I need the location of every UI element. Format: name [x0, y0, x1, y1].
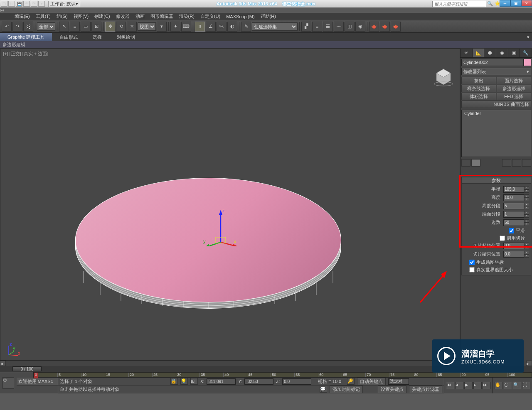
stack-pin-icon[interactable]: [461, 159, 470, 167]
object-color-swatch[interactable]: [524, 59, 531, 66]
gen-uv-checkbox[interactable]: [469, 260, 475, 265]
height-input[interactable]: [503, 194, 524, 201]
key-mode-icon[interactable]: 🔑: [347, 378, 355, 385]
snap-icon[interactable]: 3: [195, 22, 205, 32]
goto-start-icon[interactable]: ⏮: [446, 382, 454, 389]
maximize-button[interactable]: ▣: [510, 0, 521, 7]
render-frame-icon[interactable]: 🫖: [380, 22, 390, 32]
cmd-tab-utilities-icon[interactable]: 🔧: [520, 49, 532, 57]
cylinder-object[interactable]: z x y: [75, 178, 345, 311]
menu-customize[interactable]: 自定义(U): [200, 13, 220, 20]
qat-save-icon[interactable]: 💾: [16, 1, 22, 7]
auto-key-button[interactable]: 自动关键点: [357, 378, 386, 385]
qat-dropdown-icon[interactable]: ▾: [38, 1, 45, 7]
menu-modifiers[interactable]: 修改器: [116, 13, 130, 20]
timeline-config-icon[interactable]: ⚙: [2, 377, 14, 389]
minimize-button[interactable]: ─: [500, 0, 510, 7]
qat-redo-icon[interactable]: ↷: [31, 1, 37, 7]
time-slider[interactable]: 0 / 100: [12, 366, 42, 371]
stack-unique-icon[interactable]: [502, 159, 511, 167]
mod-btn-extrude[interactable]: 挤出: [461, 77, 496, 84]
material-icon[interactable]: ◉: [355, 22, 365, 32]
schematic-icon[interactable]: ◫: [345, 22, 355, 32]
next-frame-icon[interactable]: ▸: [473, 382, 482, 389]
pan-icon[interactable]: ✋: [495, 382, 503, 389]
render-icon[interactable]: 🫖: [391, 22, 401, 32]
menu-create[interactable]: 创建(C): [94, 13, 110, 20]
ribbon-tab-paint[interactable]: 对象绘制: [109, 33, 143, 41]
close-button[interactable]: ✕: [521, 0, 532, 7]
mod-btn-nurbs[interactable]: NURBS 曲面选择: [461, 101, 531, 108]
percent-snap-icon[interactable]: %: [217, 22, 227, 32]
key-filter-button[interactable]: 关键点过滤器: [409, 385, 442, 393]
smooth-checkbox[interactable]: [509, 228, 514, 233]
menu-views[interactable]: 视图(V): [74, 13, 89, 20]
manip-icon[interactable]: ✦: [170, 22, 180, 32]
mod-btn-patch-select[interactable]: 面片选择: [497, 77, 532, 84]
sides-input[interactable]: [503, 219, 524, 226]
spinner-snap-icon[interactable]: ◐: [227, 22, 237, 32]
qat-new-icon[interactable]: ▢: [1, 1, 7, 7]
menu-render[interactable]: 渲染(R): [179, 13, 195, 20]
cmd-tab-display-icon[interactable]: ▣: [508, 49, 520, 57]
ribbon-sub-panel[interactable]: 多边形建模: [0, 41, 532, 49]
goto-end-icon[interactable]: ⏭: [483, 382, 491, 389]
zoom-icon[interactable]: 🔍: [513, 382, 521, 389]
max-viewport-icon[interactable]: ⛶: [522, 382, 530, 389]
rotate-icon[interactable]: ⟲: [116, 22, 126, 32]
isolate-icon[interactable]: 💡: [180, 378, 188, 385]
prev-frame-icon[interactable]: ◂: [455, 382, 463, 389]
cmd-tab-create-icon[interactable]: ✳: [461, 49, 473, 57]
xform-type-icon[interactable]: ⊞: [190, 378, 198, 385]
y-coord-input[interactable]: [244, 378, 273, 385]
selection-filter[interactable]: 全部: [37, 22, 55, 31]
scale-icon[interactable]: ⤧: [127, 22, 137, 32]
layers-icon[interactable]: ☰: [323, 22, 333, 32]
named-selection-set[interactable]: 创建选择集: [252, 22, 298, 31]
cmd-tab-hierarchy-icon[interactable]: ⬢: [484, 49, 496, 57]
curve-editor-icon[interactable]: 〰: [334, 22, 344, 32]
redo-icon[interactable]: ↷: [12, 22, 22, 32]
stack-show-icon[interactable]: [471, 159, 480, 167]
cmd-tab-modify-icon[interactable]: 📐: [473, 49, 485, 57]
real-world-checkbox[interactable]: [469, 267, 475, 273]
named-sel-edit-icon[interactable]: ✎: [241, 22, 251, 32]
stack-remove-icon[interactable]: [512, 159, 521, 167]
ribbon-tab-freeform[interactable]: 自由形式: [52, 33, 85, 41]
radius-down-icon[interactable]: ▾: [524, 189, 529, 193]
modifier-stack[interactable]: Cylinder: [461, 110, 531, 157]
z-coord-input[interactable]: [282, 378, 311, 385]
select-icon[interactable]: ↖: [59, 22, 69, 32]
add-time-tag[interactable]: 添加时间标记: [330, 385, 363, 393]
params-rollout-header[interactable]: 参数: [461, 177, 531, 184]
ribbon-tab-selection[interactable]: 选择: [85, 33, 109, 41]
mod-btn-poly-select[interactable]: 多边形选择: [497, 85, 532, 92]
mod-btn-ffd-select[interactable]: FFD 选择: [497, 93, 532, 100]
radius-up-icon[interactable]: ▴: [524, 186, 529, 189]
render-setup-icon[interactable]: 🫖: [369, 22, 379, 32]
cmd-tab-motion-icon[interactable]: ◉: [496, 49, 508, 57]
menu-group[interactable]: 组(G): [57, 13, 68, 20]
app-menu-icon[interactable]: ◎: [0, 7, 532, 13]
workspace-selector[interactable]: 工作台: 默认 ▾: [48, 1, 80, 7]
select-rect-icon[interactable]: ▭: [81, 22, 91, 32]
qat-undo-icon[interactable]: ↶: [23, 1, 30, 7]
modifier-list-dropdown[interactable]: 修改器列表▾: [461, 68, 531, 75]
menu-maxscript[interactable]: MAXScript(M): [226, 14, 254, 19]
menu-edit[interactable]: 编辑(E): [15, 13, 30, 20]
viewcube[interactable]: [433, 66, 454, 86]
orbit-icon[interactable]: ⭮: [504, 382, 512, 389]
qat-open-icon[interactable]: ▷: [8, 1, 15, 7]
undo-icon[interactable]: ↶: [2, 22, 12, 32]
infocenter-icon[interactable]: 🔍: [487, 1, 493, 7]
viewport[interactable]: [+] [正交] [真实 + 边面]: [0, 49, 460, 361]
mod-btn-vol-select[interactable]: 体积选择: [461, 93, 496, 100]
ref-coord-dropdown[interactable]: 视图: [138, 22, 156, 31]
menu-help[interactable]: 帮助(H): [261, 13, 276, 20]
hseg-input[interactable]: [503, 203, 524, 209]
keyboard-icon[interactable]: ⌨: [181, 22, 191, 32]
ribbon-collapse-icon[interactable]: ▾: [525, 33, 532, 41]
comm-center-icon[interactable]: 💬: [320, 386, 327, 393]
stack-config-icon[interactable]: [522, 159, 531, 167]
stack-item-cylinder[interactable]: Cylinder: [464, 111, 528, 116]
